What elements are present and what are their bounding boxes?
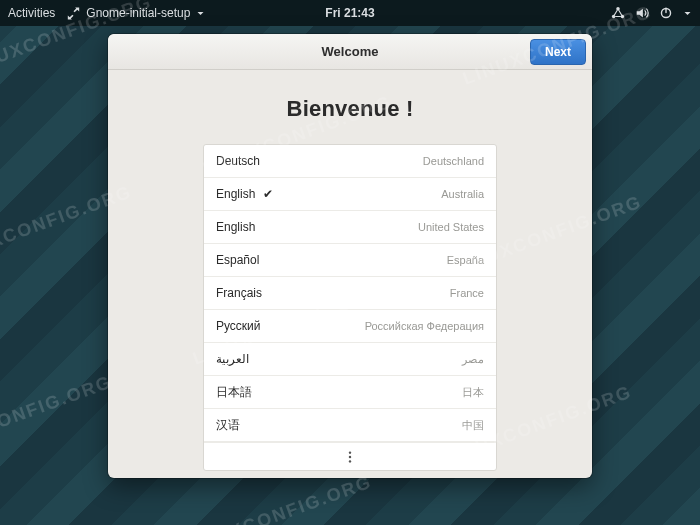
- svg-point-1: [612, 15, 616, 19]
- gnome-top-bar: Activities Gnome-initial-setup Fri 21:43: [0, 0, 700, 26]
- preferences-icon: [67, 7, 80, 20]
- language-region-label: France: [450, 287, 484, 299]
- volume-icon[interactable]: [635, 6, 649, 20]
- svg-point-0: [616, 7, 620, 11]
- chevron-down-icon[interactable]: [683, 9, 692, 18]
- power-icon[interactable]: [659, 6, 673, 20]
- activities-button[interactable]: Activities: [8, 6, 55, 20]
- language-row[interactable]: EnglishUnited States: [204, 211, 496, 244]
- language-row[interactable]: English✔Australia: [204, 178, 496, 211]
- language-name-label: 汉语: [216, 417, 240, 434]
- language-region-label: Российская Федерация: [365, 320, 484, 332]
- svg-point-6: [349, 460, 351, 462]
- language-region-label: Deutschland: [423, 155, 484, 167]
- language-region-label: United States: [418, 221, 484, 233]
- more-languages-button[interactable]: [204, 442, 496, 470]
- svg-point-5: [349, 455, 351, 457]
- language-region-label: مصر: [462, 353, 484, 366]
- language-row[interactable]: 汉语中国: [204, 409, 496, 442]
- chevron-down-icon: [196, 9, 205, 18]
- language-name-label: Français: [216, 286, 262, 300]
- next-button[interactable]: Next: [530, 39, 586, 65]
- svg-point-2: [621, 15, 625, 19]
- headerbar-title: Welcome: [322, 44, 379, 59]
- language-name-label: العربية: [216, 352, 249, 366]
- language-row[interactable]: 日本語日本: [204, 376, 496, 409]
- language-region-label: 日本: [462, 385, 484, 400]
- language-region-label: 中国: [462, 418, 484, 433]
- network-icon[interactable]: [611, 6, 625, 20]
- language-row[interactable]: DeutschDeutschland: [204, 145, 496, 178]
- language-region-label: Australia: [441, 188, 484, 200]
- welcome-content: Bienvenue ! DeutschDeutschlandEnglish✔Au…: [108, 70, 592, 478]
- language-name-label: English: [216, 187, 255, 201]
- initial-setup-window: Welcome Next Bienvenue ! DeutschDeutschl…: [108, 34, 592, 478]
- clock-label[interactable]: Fri 21:43: [325, 6, 374, 20]
- language-row[interactable]: العربيةمصر: [204, 343, 496, 376]
- focused-app-menu[interactable]: Gnome-initial-setup: [67, 6, 205, 20]
- language-name-label: Русский: [216, 319, 261, 333]
- language-row[interactable]: FrançaisFrance: [204, 277, 496, 310]
- checkmark-icon: ✔: [263, 187, 273, 201]
- focused-app-label: Gnome-initial-setup: [86, 6, 190, 20]
- language-list: DeutschDeutschlandEnglish✔AustraliaEngli…: [203, 144, 497, 471]
- language-name-label: English: [216, 220, 255, 234]
- language-region-label: España: [447, 254, 484, 266]
- svg-point-4: [349, 451, 351, 453]
- language-name-label: Deutsch: [216, 154, 260, 168]
- language-row[interactable]: EspañolEspaña: [204, 244, 496, 277]
- language-name-label: 日本語: [216, 384, 252, 401]
- language-row[interactable]: РусскийРоссийская Федерация: [204, 310, 496, 343]
- headerbar: Welcome Next: [108, 34, 592, 70]
- page-title: Bienvenue !: [287, 96, 414, 122]
- language-name-label: Español: [216, 253, 259, 267]
- more-icon: [343, 450, 357, 464]
